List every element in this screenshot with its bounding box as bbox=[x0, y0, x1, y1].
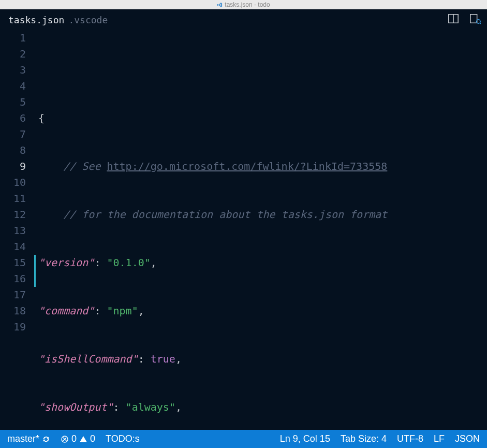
editor-container: tasks.json .vscode 1234 5678 9101112 131… bbox=[0, 9, 487, 430]
open-changes-icon[interactable] bbox=[469, 13, 481, 26]
git-change-indicator bbox=[34, 255, 36, 287]
split-editor-icon[interactable] bbox=[448, 13, 459, 26]
tab-bar: tasks.json .vscode bbox=[0, 9, 487, 30]
code-editor[interactable]: 1234 5678 9101112 13141516 171819 { // S… bbox=[0, 30, 487, 448]
window-titlebar: tasks.json - todo bbox=[0, 0, 487, 9]
svg-line-4 bbox=[480, 23, 481, 24]
vscode-icon bbox=[217, 2, 223, 8]
window-title: tasks.json - todo bbox=[225, 1, 270, 8]
svg-rect-2 bbox=[470, 14, 477, 23]
code-body[interactable]: { // See http://go.microsoft.com/fwlink/… bbox=[37, 30, 487, 448]
line-number-gutter: 1234 5678 9101112 13141516 171819 bbox=[0, 30, 37, 448]
tab-tasks-json[interactable]: tasks.json .vscode bbox=[7, 9, 111, 30]
doc-link[interactable]: http://go.microsoft.com/fwlink/?LinkId=7… bbox=[107, 158, 387, 175]
tab-folder: .vscode bbox=[68, 15, 108, 25]
tab-filename: tasks.json bbox=[8, 15, 64, 25]
